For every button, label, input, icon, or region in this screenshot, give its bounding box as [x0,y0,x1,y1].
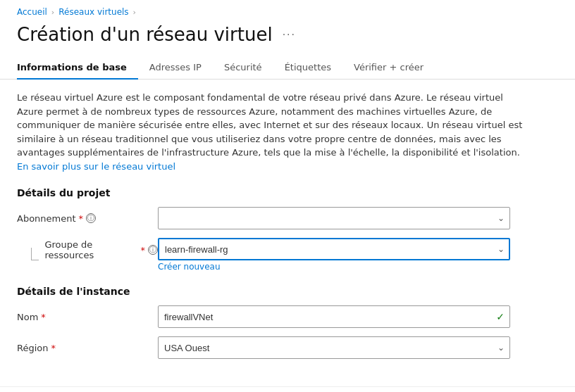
tab-securite[interactable]: Sécurité [213,56,273,80]
resource-group-dropdown-wrapper: learn-firewall-rg ⌄ [158,238,510,260]
learn-more-link[interactable]: En savoir plus sur le réseau virtuel [17,161,175,172]
name-required: * [41,312,46,322]
tabs-bar: Informations de base Adresses IP Sécurit… [0,56,575,80]
tab-adresses-ip[interactable]: Adresses IP [138,56,213,80]
tab-etiquettes[interactable]: Étiquettes [273,56,342,80]
instance-details-section: Détails de l'instance Nom * ✓ Région * [17,286,558,359]
breadcrumb-home[interactable]: Accueil [17,7,47,17]
breadcrumb: Accueil › Réseaux virtuels › [0,0,575,21]
resource-group-info-icon[interactable]: ⓘ [148,245,158,255]
name-row: Nom * ✓ [17,305,558,328]
sub-row-connector: Groupe de ressources * ⓘ [31,238,158,260]
resource-group-label: Groupe de ressources * ⓘ [39,238,158,260]
content-area: Le réseau virtuel Azure est le composant… [0,80,575,384]
description-text: Le réseau virtuel Azure est le composant… [17,91,524,173]
footer: Vérifier + créer < Précédent Suivant : A… [0,386,575,392]
instance-details-title: Détails de l'instance [17,286,558,297]
resource-group-required: * [141,245,146,255]
sub-row-line [31,248,39,260]
resource-group-dropdown[interactable]: learn-firewall-rg [158,238,510,260]
region-dropdown-wrapper: USA Ouest ⌄ [158,336,510,359]
name-input[interactable] [158,305,510,328]
project-details-title: Détails du projet [17,187,558,198]
breadcrumb-sep-1: › [51,8,54,17]
name-check-icon: ✓ [496,311,505,322]
ellipsis-button[interactable]: ··· [280,27,299,42]
breadcrumb-sep-2: › [133,8,136,17]
tab-verifier-creer[interactable]: Vérifier + créer [342,56,435,80]
subscription-info-icon[interactable]: ⓘ [86,213,96,223]
subscription-required: * [79,213,84,224]
name-input-wrapper: ✓ [158,305,510,328]
region-required: * [51,343,56,353]
region-dropdown[interactable]: USA Ouest [158,336,510,359]
create-new-link[interactable]: Créer nouveau [158,262,510,272]
resource-group-row: Groupe de ressources * ⓘ learn-firewall-… [17,238,558,272]
subscription-row: Abonnement * ⓘ ⌄ [17,207,558,229]
tab-informations-de-base[interactable]: Informations de base [17,56,138,80]
page-title: Création d'un réseau virtuel [17,24,273,45]
region-row: Région * USA Ouest ⌄ [17,336,558,359]
subscription-dropdown[interactable] [158,207,510,229]
region-label: Région * [17,343,158,353]
breadcrumb-virtual-networks[interactable]: Réseaux virtuels [58,7,128,17]
subscription-dropdown-wrapper: ⌄ [158,207,510,229]
subscription-label: Abonnement * ⓘ [17,213,158,224]
name-label: Nom * [17,312,158,322]
project-details-section: Détails du projet Abonnement * ⓘ ⌄ [17,187,558,272]
